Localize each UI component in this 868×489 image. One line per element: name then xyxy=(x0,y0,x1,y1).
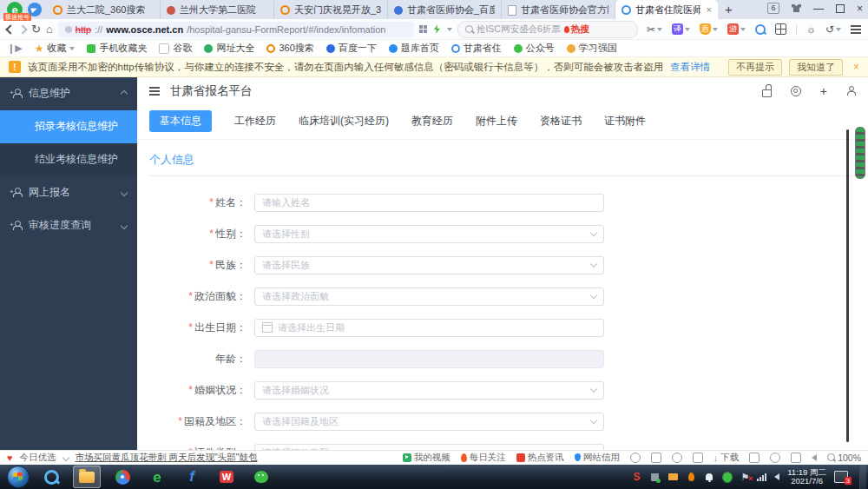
news-headline-link[interactable]: 市场买回黄瓜顶花带刺 两天后发现"头部"鼓包 xyxy=(76,452,258,464)
forward-icon[interactable] xyxy=(17,24,27,34)
browser-scrollbar-thumb[interactable] xyxy=(855,127,865,179)
browser-tab-5[interactable]: 甘肃省医师协会官方网站 xyxy=(502,1,615,19)
sidebar-item-review-progress[interactable]: + 审核进度查询 xyxy=(0,209,137,242)
tab-cert-attachment[interactable]: 证书附件 xyxy=(604,114,646,129)
translate-button[interactable]: 译 xyxy=(672,23,690,35)
back-icon[interactable] xyxy=(5,24,15,34)
home-icon[interactable]: ⌂ xyxy=(46,23,53,35)
dont-remind-button[interactable]: 不再提示 xyxy=(728,59,782,76)
tab-basic-info[interactable]: 基本信息 xyxy=(149,110,212,132)
menu-button[interactable] xyxy=(851,29,861,30)
guard-button[interactable]: 盾 xyxy=(700,23,718,35)
apps-grid-button[interactable] xyxy=(775,23,786,35)
sogou-tray-icon[interactable]: S xyxy=(631,472,641,482)
warning-close-icon[interactable]: × xyxy=(853,61,859,73)
taskbar-clock[interactable]: 11:19 周二 2021/7/6 xyxy=(787,468,826,486)
account-icon[interactable] xyxy=(846,86,856,96)
browser-tab-1[interactable]: 兰大二院_360搜索 xyxy=(47,1,161,19)
birth-date-picker[interactable]: 请选择出生日期 xyxy=(254,319,604,337)
minimize-button[interactable]: — xyxy=(813,3,824,14)
lock-icon[interactable] xyxy=(762,89,772,97)
political-status-select[interactable]: 请选择政治面貌 xyxy=(254,287,604,306)
bell-tray-icon[interactable] xyxy=(704,472,714,482)
taskbar-flash[interactable]: f xyxy=(179,466,205,487)
tab-attachment-upload[interactable]: 附件上传 xyxy=(476,114,517,129)
daily-focus-button[interactable]: 每日关注 xyxy=(461,452,506,464)
hot-news-button[interactable]: 热点资讯 xyxy=(516,452,564,464)
taskbar-360-browser[interactable]: e xyxy=(144,466,170,487)
game-center-button[interactable]: 游 xyxy=(727,23,746,35)
usb-tray-icon[interactable] xyxy=(649,472,660,482)
hot-search-tag[interactable]: 热搜 xyxy=(564,23,589,36)
close-button[interactable]: × xyxy=(857,3,863,14)
tab-count-badge[interactable]: 6 xyxy=(767,3,779,14)
page-scrollbar[interactable] xyxy=(846,129,849,442)
taskbar-wechat[interactable] xyxy=(248,466,274,487)
browser-tab-4[interactable]: 甘肃省医师协会_百度搜索 xyxy=(388,1,502,19)
tab-close-icon[interactable]: × xyxy=(707,4,712,15)
taskbar-wps[interactable]: W xyxy=(214,466,240,487)
printer-icon[interactable] xyxy=(749,453,760,463)
got-it-button[interactable]: 我知道了 xyxy=(789,59,843,76)
ethnicity-select[interactable]: 请选择民族 xyxy=(254,256,604,274)
network-icon[interactable] xyxy=(757,473,766,481)
download-button[interactable]: ↓下载 xyxy=(713,452,740,464)
bookmark-google[interactable]: 谷歌 xyxy=(159,42,192,55)
browser-logo-icon[interactable]: e 极速抢号 xyxy=(7,2,23,17)
undo-button[interactable]: ↺ xyxy=(825,23,841,36)
tab-clinical-training[interactable]: 临床培训(实习经历) xyxy=(299,114,389,129)
marital-status-select[interactable]: 请选择婚姻状况 xyxy=(254,381,604,400)
start-button[interactable] xyxy=(7,466,30,488)
tab-education[interactable]: 教育经历 xyxy=(411,114,453,129)
history-icon[interactable] xyxy=(672,453,682,463)
bookmark-baidu[interactable]: 百度一下 xyxy=(326,42,377,55)
new-tab-button[interactable]: + xyxy=(725,2,733,17)
browser-tab-active[interactable]: 甘肃省住院医师规范化培训 × xyxy=(615,0,718,19)
zoom-control[interactable]: 100% xyxy=(827,453,861,463)
browser-mode-icon[interactable] xyxy=(770,453,780,463)
id-type-select[interactable]: 请选择证件类型 xyxy=(254,444,604,450)
find-button[interactable] xyxy=(755,24,766,35)
collapse-menu-icon[interactable] xyxy=(149,90,160,92)
tab-qualification-cert[interactable]: 资格证书 xyxy=(540,114,582,129)
bookmarks-panel-toggle-icon[interactable]: ❙▶ xyxy=(7,43,23,54)
speed-mode-icon[interactable] xyxy=(434,24,440,34)
gender-select[interactable]: 请选择性别 xyxy=(254,225,604,243)
name-input[interactable]: 请输入姓名 xyxy=(254,194,604,212)
url-field[interactable]: http://www.osce.net.cn/hospital-gansu-Fo… xyxy=(58,22,414,37)
skin-icon[interactable] xyxy=(792,4,801,12)
message-icon[interactable] xyxy=(651,453,661,463)
nationality-select[interactable]: 请选择国籍及地区 xyxy=(254,413,604,431)
update-tray-icon[interactable] xyxy=(722,472,733,482)
bookmark-gansu[interactable]: 甘肃省住 xyxy=(451,42,502,55)
my-videos-button[interactable]: 我的视频 xyxy=(403,452,450,464)
warning-details-link[interactable]: 查看详情 xyxy=(670,61,710,74)
today-picks-label[interactable]: 今日优选 xyxy=(20,452,56,464)
site-credit-button[interactable]: 网站信用 xyxy=(575,452,620,464)
sidebar-item-recruit-exam[interactable]: 招录考核信息维护 xyxy=(0,110,137,143)
taskbar-search[interactable] xyxy=(38,466,64,487)
tab-work-experience[interactable]: 工作经历 xyxy=(234,114,276,129)
settings-icon[interactable] xyxy=(791,86,801,96)
bookmark-xuexi[interactable]: 学习强国 xyxy=(567,42,617,55)
screenshot-button[interactable]: ✂ xyxy=(647,23,662,36)
show-desktop-button[interactable] xyxy=(859,465,866,489)
notification-window-icon[interactable]: 3 xyxy=(834,471,848,483)
sidebar-item-online-registration[interactable]: + 网上报名 xyxy=(0,176,137,209)
fullscreen-icon[interactable]: + xyxy=(820,86,827,96)
search-box[interactable]: 抢ISC网安盛会6折票 热搜 xyxy=(457,21,638,38)
refresh-icon[interactable]: ↻ xyxy=(31,23,41,35)
nav-launcher-icon[interactable] xyxy=(28,3,42,17)
bookmark-question-bank[interactable]: 题库首页 xyxy=(389,42,439,55)
sidebar-item-graduation-exam[interactable]: 结业考核信息维护 xyxy=(0,143,137,176)
bookmark-mobile[interactable]: 手机收藏夹 xyxy=(87,42,147,55)
window-mode-icon[interactable] xyxy=(791,453,801,463)
volume-icon[interactable] xyxy=(774,473,779,480)
maximize-button[interactable] xyxy=(836,4,845,13)
bookmark-360search[interactable]: 360搜索 xyxy=(266,42,313,55)
site-info-icon[interactable] xyxy=(65,26,72,33)
browser-tab-3[interactable]: 天安门庆祝晃开放_360搜索 xyxy=(274,1,388,19)
taskbar-chrome[interactable] xyxy=(109,466,135,487)
favorites-menu[interactable]: ★收藏 xyxy=(35,42,76,55)
taskbar-explorer-active[interactable] xyxy=(73,466,101,488)
